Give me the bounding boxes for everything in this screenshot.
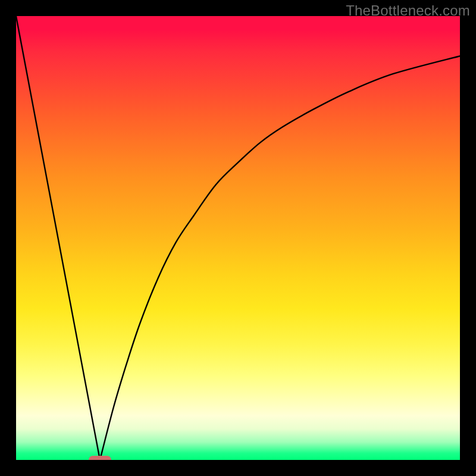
watermark-text: TheBottleneck.com: [346, 2, 470, 19]
right-curve-path: [100, 56, 460, 460]
chart-frame: TheBottleneck.com: [0, 0, 476, 476]
left-line-path: [16, 16, 100, 460]
curve-layer: [16, 16, 460, 460]
minimum-marker: [89, 456, 111, 460]
plot-area: [16, 16, 460, 460]
